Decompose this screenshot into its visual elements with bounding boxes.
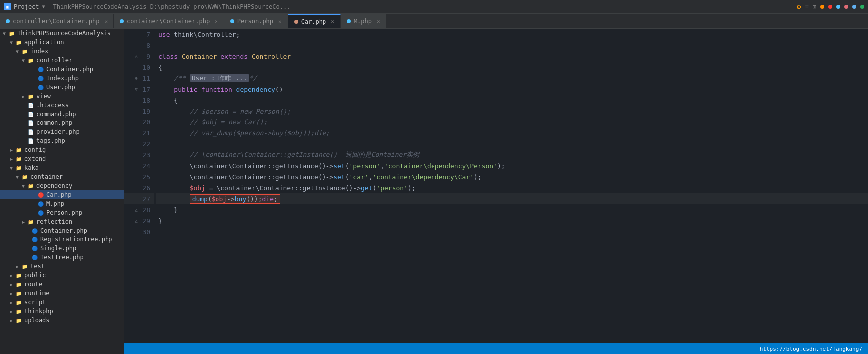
code-line-25: \container\Container::getInstance()->set… xyxy=(156,171,868,182)
code-line-20: // $obj = new Car(); xyxy=(156,117,868,127)
label-person-php: Person.php xyxy=(46,209,82,216)
gutter-line-18: 18 xyxy=(124,95,154,106)
sidebar-item-kaka-container[interactable]: ▼ 📁 container xyxy=(0,172,124,181)
linenum-18: 18 xyxy=(140,97,150,104)
gutter-line-7: 7 xyxy=(124,29,154,40)
label-command: command.php xyxy=(36,111,76,118)
sidebar-item-extend[interactable]: ▶ 📁 extend xyxy=(0,154,124,163)
folder-icon-dependency: 📁 xyxy=(27,182,35,189)
sidebar-item-thinkphp[interactable]: ▶ 📁 thinkphp xyxy=(0,307,124,316)
sidebar-item-container-php[interactable]: 🔵 Container.php xyxy=(0,65,124,74)
dropdown-icon[interactable]: ▼ xyxy=(42,4,45,9)
sidebar-item-public[interactable]: ▶ 📁 public xyxy=(0,271,124,280)
sidebar-item-view[interactable]: ▶ 📁 view xyxy=(0,92,124,101)
tab-controller-container[interactable]: controller\Container.php ✕ xyxy=(0,14,114,28)
code-line-27[interactable]: dump($obj->buy());die; xyxy=(156,193,868,204)
arrow-dependency: ▼ xyxy=(20,183,27,189)
circle-red xyxy=(828,5,832,9)
label-thinkphp: thinkphp xyxy=(24,308,53,315)
arrow-extend: ▶ xyxy=(8,156,15,162)
project-label[interactable]: Project xyxy=(14,3,39,10)
sidebar-item-provider[interactable]: 📄 provider.php xyxy=(0,127,124,136)
sidebar-item-kaka[interactable]: ▼ 📁 kaka xyxy=(0,163,124,172)
line-28-content: } xyxy=(156,206,868,214)
sidebar-item-tags[interactable]: 📄 tags.php xyxy=(0,136,124,145)
sidebar-item-m-php[interactable]: 🔵 M.php xyxy=(0,199,124,208)
toolbar-icon2[interactable]: ⊞ xyxy=(813,3,816,10)
linenum-11: 11 xyxy=(140,75,150,82)
sidebar-item-uploads[interactable]: ▶ 📁 uploads xyxy=(0,316,124,325)
tab-container-container[interactable]: container\Container.php ✕ xyxy=(114,14,224,28)
sidebar-item-route[interactable]: ▶ 📁 route xyxy=(0,280,124,289)
tab-close-2[interactable]: ✕ xyxy=(215,18,218,25)
php-icon-kaka-container: 🔵 xyxy=(31,227,39,234)
gutter-line-19: 19 xyxy=(124,106,154,117)
label-tags: tags.php xyxy=(36,137,65,144)
sidebar-item-reflection[interactable]: ▶ 📁 reflection xyxy=(0,217,124,226)
arrow-reflection: ▶ xyxy=(20,219,27,225)
code-line-21: // var_dump($person->buy($obj));die; xyxy=(156,127,868,138)
code-line-28: } xyxy=(156,204,868,215)
sidebar-item-config[interactable]: ▶ 📁 config xyxy=(0,145,124,154)
linenum-10: 10 xyxy=(140,64,150,71)
file-icon-htaccess: 📄 xyxy=(27,102,35,109)
folder-icon-kaka-container: 📁 xyxy=(21,173,29,180)
sidebar-item-user-php[interactable]: 🔵 User.php xyxy=(0,83,124,92)
code-container: 7 8 △ 9 xyxy=(124,29,868,343)
sidebar-item-application[interactable]: ▼ 📁 application xyxy=(0,38,124,47)
sidebar-item-car-php[interactable]: 🔴 Car.php xyxy=(0,190,124,199)
sidebar-item-single[interactable]: 🔵 Single.php xyxy=(0,244,124,253)
sidebar-item-index[interactable]: ▼ 📁 index xyxy=(0,47,124,56)
sidebar-item-controller[interactable]: ▼ 📁 controller xyxy=(0,56,124,65)
tab-close-3[interactable]: ✕ xyxy=(278,18,282,25)
gutter-line-22: 22 xyxy=(124,138,154,149)
sidebar-item-person-php[interactable]: 🔵 Person.php xyxy=(0,208,124,217)
sidebar-item-htaccess[interactable]: 📄 .htaccess xyxy=(0,101,124,110)
sidebar-item-index-php[interactable]: 🔵 Index.php xyxy=(0,74,124,83)
tab-close-5[interactable]: ✕ xyxy=(377,18,380,25)
gutter-line-9: △ 9 xyxy=(124,51,154,62)
linenum-20: 20 xyxy=(140,118,150,126)
tree-label-root: ThinkPHPSourceCodeAnalysis xyxy=(17,30,111,37)
tab-close-4[interactable]: ✕ xyxy=(331,18,334,25)
tab-close-1[interactable]: ✕ xyxy=(104,18,108,25)
gutter-line-17: ▽ 17 xyxy=(124,84,154,95)
line-27-content: dump($obj->buy());die; xyxy=(156,195,868,203)
tab-m[interactable]: M.php ✕ xyxy=(341,14,387,28)
php-icon-person: 🔵 xyxy=(37,209,45,216)
sidebar-item-script[interactable]: ▶ 📁 script xyxy=(0,298,124,307)
tab-person[interactable]: Person.php ✕ xyxy=(224,14,288,28)
linenum-8: 8 xyxy=(140,42,150,49)
line-30-content xyxy=(156,228,868,236)
sidebar-item-dependency[interactable]: ▼ 📁 dependency xyxy=(0,181,124,190)
sidebar-item-test-tree[interactable]: 🔵 TestTree.php xyxy=(0,253,124,262)
sidebar[interactable]: ▼ 📁 ThinkPHPSourceCodeAnalysis ▼ 📁 appli… xyxy=(0,29,124,354)
sidebar-item-kaka-container-php[interactable]: 🔵 Container.php xyxy=(0,226,124,235)
arrow-index: ▼ xyxy=(14,49,21,54)
sidebar-item-runtime[interactable]: ▶ 📁 runtime xyxy=(0,289,124,298)
status-url: https://blog.csdn.net/fangkang7 xyxy=(760,346,862,352)
folder-icon-runtime: 📁 xyxy=(15,290,23,297)
circle-orange xyxy=(820,5,824,9)
php-icon-registration: 🔵 xyxy=(31,236,39,243)
project-icon: ▣ xyxy=(4,3,11,10)
sidebar-item-test[interactable]: ▶ 📁 test xyxy=(0,262,124,271)
tab-dot-3 xyxy=(230,19,234,23)
sidebar-item-registration-tree[interactable]: 🔵 RegistrationTree.php xyxy=(0,235,124,244)
sidebar-item-command[interactable]: 📄 command.php xyxy=(0,110,124,118)
code-line-11: /** User : 咋咋 ...*/ xyxy=(156,73,868,84)
folder-icon-view: 📁 xyxy=(27,93,35,100)
sidebar-item-project-root[interactable]: ▼ 📁 ThinkPHPSourceCodeAnalysis xyxy=(0,29,124,38)
main-layout: ▼ 📁 ThinkPHPSourceCodeAnalysis ▼ 📁 appli… xyxy=(0,29,868,354)
php-icon-user: 🔵 xyxy=(37,84,45,91)
settings-icon[interactable]: ⚙ xyxy=(797,3,801,11)
tab-car[interactable]: Car.php ✕ xyxy=(288,14,341,28)
toolbar-icon1[interactable]: ≡ xyxy=(805,3,809,10)
project-path: ThinkPHPSourceCodeAnalysis D:\phpstudy_p… xyxy=(53,3,291,10)
linenum-28: 28 xyxy=(140,206,150,214)
folder-icon-script: 📁 xyxy=(15,299,23,306)
file-icon-common: 📄 xyxy=(27,119,35,126)
sidebar-item-common[interactable]: 📄 common.php xyxy=(0,118,124,127)
linenum-21: 21 xyxy=(140,129,150,137)
code-lines[interactable]: use think\Controller; class Container ex… xyxy=(154,29,868,343)
